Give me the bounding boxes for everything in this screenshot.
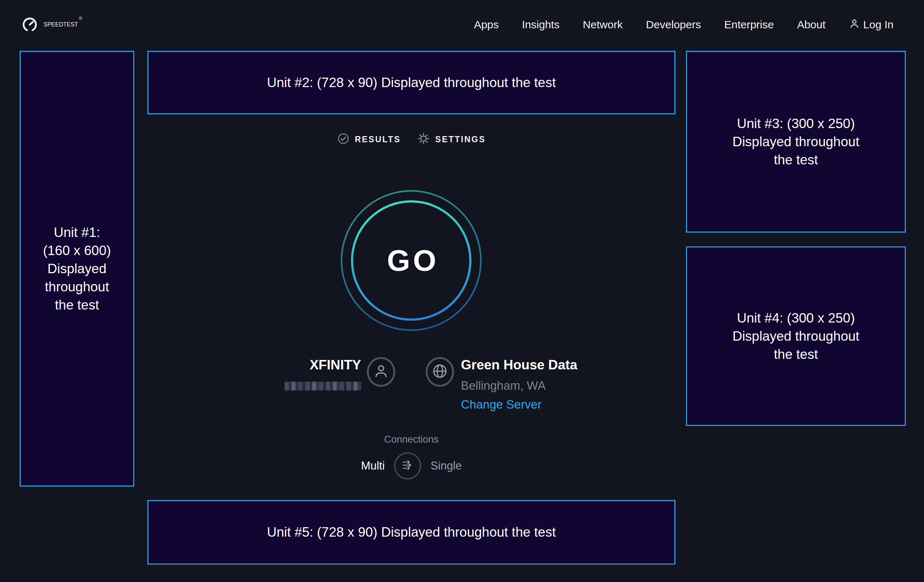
ad-text-line: Unit #4: (300 x 250) [737,309,855,327]
gear-icon [417,132,430,146]
ad-text-line: Unit #3: (300 x 250) [737,115,855,133]
speedtest-logo[interactable]: SPEEDTEST® [21,15,82,34]
ad-text-line: the test [774,345,818,364]
ad-text-line: Unit #1: [54,224,100,242]
server-location: Bellingham, WA [461,379,546,392]
tab-settings[interactable]: SETTINGS [417,132,485,146]
nav-item-developers[interactable]: Developers [646,18,701,31]
ad-text-line: Unit #2: (728 x 90) Displayed throughout… [267,74,556,92]
ip-address-redacted [285,382,361,391]
nav-item-insights[interactable]: Insights [522,18,559,31]
login-button[interactable]: Log In [849,18,894,31]
ad-text-line: Displayed throughout [733,133,860,151]
connections-toggle[interactable] [394,452,421,479]
ad-text-line: the test [55,296,99,314]
connections-option-multi[interactable]: Multi [361,459,385,472]
connections-option-single[interactable]: Single [431,459,462,472]
ad-unit-2-leaderboard[interactable]: Unit #2: (728 x 90) Displayed throughout… [147,51,675,114]
speedometer-icon [21,15,38,34]
ad-text-line: Unit #5: (728 x 90) Displayed throughout… [267,523,556,541]
logo-trademark: ® [79,16,82,21]
ad-text-line: the test [774,151,818,169]
server-name: Green House Data [461,358,578,373]
go-button-label: GO [338,188,484,333]
ad-unit-4-rectangle[interactable]: Unit #4: (300 x 250) Displayed throughou… [686,246,906,426]
ad-text-line: throughout [45,278,109,296]
nav-item-enterprise[interactable]: Enterprise [724,18,774,31]
login-label: Log In [863,18,894,31]
connections-toggle-row: Multi Single [147,452,675,480]
tab-settings-label: SETTINGS [435,135,485,144]
logo-text: SPEEDTEST® [43,21,82,28]
ad-unit-1-skyscraper[interactable]: Unit #1: (160 x 600) Displayed throughou… [20,51,134,486]
nav-item-about[interactable]: About [797,18,825,31]
user-icon [373,363,389,381]
isp-name: XFINITY [259,358,361,373]
go-button[interactable]: GO [338,188,484,333]
nav-item-apps[interactable]: Apps [474,18,499,31]
tab-results-label: RESULTS [355,135,401,144]
main-nav: Apps Insights Network Developers Enterpr… [474,18,894,31]
ad-text-line: Displayed [48,260,106,278]
ad-text-line: (160 x 600) [43,242,111,260]
top-navigation-bar: SPEEDTEST® Apps Insights Network Develop… [0,0,924,49]
isp-avatar [367,357,395,387]
user-icon [849,18,860,31]
results-settings-tabs: RESULTS SETTINGS [147,130,675,149]
nav-item-network[interactable]: Network [583,18,623,31]
globe-icon [432,363,448,381]
multi-arrows-icon [399,457,416,475]
ad-text-line: Displayed throughout [733,327,860,345]
connections-heading: Connections [147,434,675,445]
tab-results[interactable]: RESULTS [337,132,401,146]
ad-unit-5-leaderboard[interactable]: Unit #5: (728 x 90) Displayed throughout… [147,500,675,565]
ad-unit-3-rectangle[interactable]: Unit #3: (300 x 250) Displayed throughou… [686,51,906,232]
check-circle-icon [337,132,350,146]
change-server-link[interactable]: Change Server [461,398,541,411]
server-avatar [426,357,454,387]
